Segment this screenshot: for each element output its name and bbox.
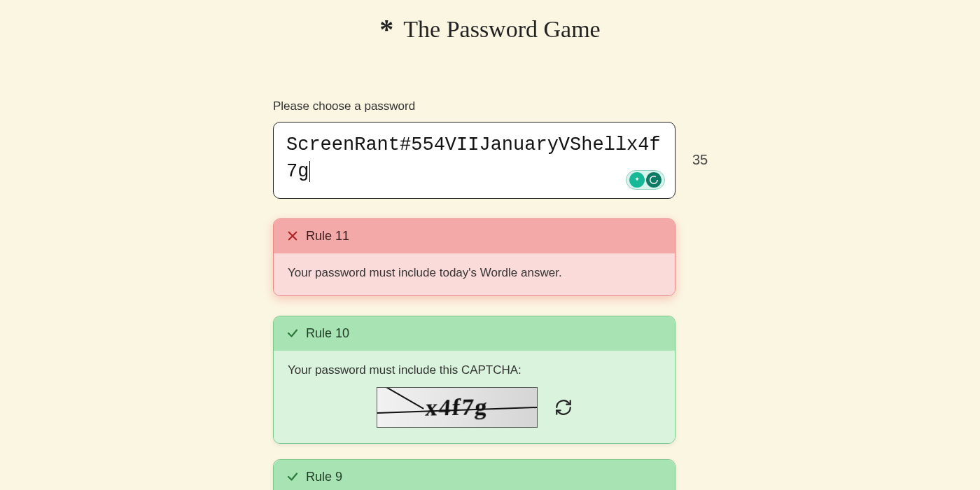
rule-body: Your password must include today's Wordl…	[274, 253, 675, 295]
refresh-captcha-button[interactable]	[554, 398, 573, 416]
rule-title: Rule 9	[306, 470, 342, 484]
asterisk-icon: *	[379, 15, 393, 43]
rule-title: Rule 10	[306, 326, 349, 341]
password-input[interactable]: ScreenRant#554VIIJanuaryVShellx4f7g ✦	[273, 122, 676, 199]
rule-header: Rule 10	[274, 316, 675, 351]
rule-body-text: Your password must include this CAPTCHA:	[288, 363, 661, 377]
grammarly-dark-icon	[646, 172, 662, 188]
grammarly-light-icon: ✦	[629, 172, 645, 188]
captcha-image: x4f7g	[377, 387, 538, 428]
password-value: ScreenRant#554VIIJanuaryVShellx4f7g	[286, 134, 661, 182]
grammarly-extension-pill[interactable]: ✦	[626, 170, 665, 190]
check-icon	[286, 470, 299, 483]
page-title: The Password Game	[403, 16, 600, 43]
rule-card-11: Rule 11 Your password must include today…	[273, 218, 676, 296]
rule-card-10: Rule 10 Your password must include this …	[273, 316, 676, 444]
password-input-row: ScreenRant#554VIIJanuaryVShellx4f7g ✦ 35	[273, 122, 707, 199]
main-column: Please choose a password ScreenRant#554V…	[273, 99, 707, 490]
password-prompt: Please choose a password	[273, 99, 707, 113]
rule-card-9: Rule 9	[273, 459, 676, 490]
rule-title: Rule 11	[306, 229, 349, 244]
captcha-text: x4f7g	[424, 393, 489, 421]
text-caret	[309, 161, 310, 182]
page-title-row: * The Password Game	[0, 0, 980, 50]
character-count: 35	[692, 152, 708, 168]
captcha-row: x4f7g	[288, 387, 661, 428]
x-icon	[286, 230, 299, 242]
rule-header: Rule 9	[274, 460, 675, 490]
rule-header: Rule 11	[274, 219, 675, 253]
rule-body: Your password must include this CAPTCHA:…	[274, 351, 675, 443]
check-icon	[286, 327, 299, 340]
